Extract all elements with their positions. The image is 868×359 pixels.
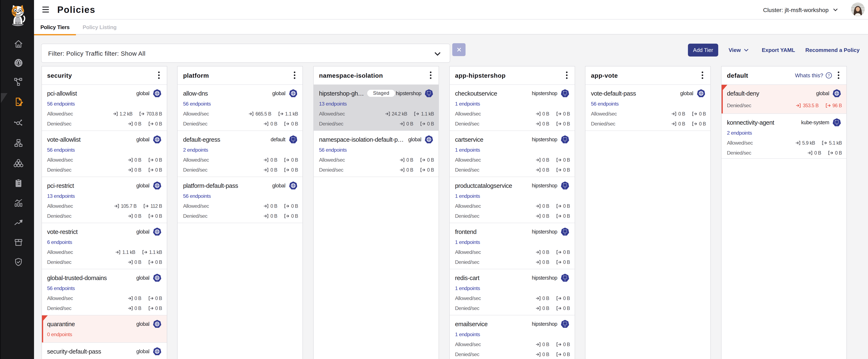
svg-text:ns: ns: [564, 141, 566, 142]
svg-text:?: ?: [828, 74, 830, 78]
svg-text:ns: ns: [564, 279, 566, 280]
svg-text:ns: ns: [428, 94, 430, 96]
svg-text:ns: ns: [564, 325, 566, 327]
svg-text:ns: ns: [564, 187, 566, 188]
svg-text:ns: ns: [836, 123, 838, 125]
svg-text:ns: ns: [292, 141, 294, 142]
svg-text:ns: ns: [564, 233, 566, 234]
svg-text:ns: ns: [564, 94, 566, 96]
